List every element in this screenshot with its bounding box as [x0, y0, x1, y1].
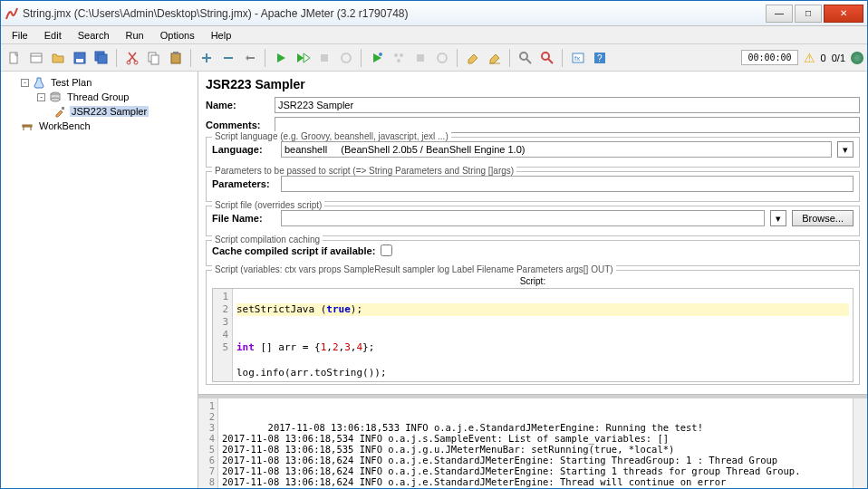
expand-icon[interactable] — [197, 48, 217, 68]
tree-label: JSR223 Sampler — [70, 106, 149, 117]
save-all-icon[interactable] — [92, 48, 111, 68]
svg-rect-12 — [173, 52, 178, 54]
spool-icon — [49, 91, 62, 103]
close-button[interactable]: ✕ — [824, 5, 863, 23]
svg-point-20 — [400, 53, 403, 57]
expand-icon[interactable]: - — [21, 79, 29, 87]
new-icon[interactable] — [5, 48, 24, 68]
window-title: String.jmx (C:\Users\Admin\Desktop\Strin… — [23, 7, 766, 20]
remote-start-all-icon[interactable] — [389, 48, 409, 68]
svg-point-25 — [520, 53, 527, 60]
test-tree[interactable]: - Test Plan - Thread Group JSR223 Sample… — [1, 72, 198, 488]
file-label: File Name: — [212, 213, 275, 224]
start-icon[interactable] — [271, 48, 291, 68]
svg-point-23 — [438, 53, 447, 62]
menu-options[interactable]: Options — [153, 28, 202, 43]
svg-point-17 — [342, 53, 351, 62]
log-line: 2017-11-08 13:06:18,534 INFO o.a.j.s.Sam… — [222, 433, 669, 444]
tree-test-plan[interactable]: - Test Plan — [5, 75, 194, 90]
compile-group-title: Script compilation caching — [212, 235, 323, 244]
filename-input[interactable] — [281, 210, 765, 226]
log-gutter: 1 2 3 4 5 6 7 8 9 10 11 12 13 14 15 16 — [198, 398, 218, 488]
lang-group-title: Script language (e.g. Groovy, beanshell,… — [212, 131, 451, 141]
cache-checkbox[interactable] — [381, 244, 392, 256]
svg-rect-1 — [31, 53, 42, 62]
remote-start-icon[interactable] — [367, 48, 387, 68]
menu-search[interactable]: Search — [71, 28, 117, 43]
comments-label: Comments: — [206, 120, 269, 130]
tree-label: Thread Group — [65, 91, 130, 102]
svg-text:?: ? — [597, 53, 603, 63]
svg-rect-22 — [417, 54, 424, 62]
app-icon — [5, 6, 19, 21]
stop-icon[interactable] — [314, 48, 334, 68]
tree-label: Test Plan — [49, 77, 93, 88]
tree-thread-group[interactable]: - Thread Group — [5, 90, 194, 104]
open-icon[interactable] — [48, 48, 68, 68]
templates-icon[interactable] — [26, 48, 46, 68]
collapse-icon[interactable] — [218, 48, 238, 68]
svg-rect-11 — [171, 53, 180, 63]
parameters-input[interactable] — [281, 176, 854, 192]
search-icon[interactable] — [516, 48, 535, 68]
menu-edit[interactable]: Edit — [37, 28, 69, 43]
dropdown-icon[interactable]: ▾ — [770, 210, 786, 226]
toolbar: fx ? 00:00:00 ⚠ 0 0/1 — [1, 44, 867, 72]
params-label: Parameters: — [212, 178, 275, 189]
tree-workbench[interactable]: WorkBench — [5, 119, 194, 133]
dropper-icon — [53, 105, 66, 118]
menubar: File Edit Search Run Options Help — [1, 26, 867, 44]
svg-text:fx: fx — [574, 54, 580, 62]
paste-icon[interactable] — [166, 48, 186, 68]
thread-status: 0/1 — [832, 53, 845, 63]
help-icon[interactable]: ? — [590, 48, 610, 68]
dropdown-icon[interactable]: ▾ — [837, 141, 854, 158]
menu-help[interactable]: Help — [204, 28, 239, 43]
expand-icon[interactable]: - — [37, 93, 45, 101]
browse-button[interactable]: Browse... — [792, 210, 854, 226]
flask-icon — [33, 76, 45, 89]
tree-label: WorkBench — [37, 120, 92, 131]
clear-icon[interactable] — [463, 48, 483, 68]
vertical-scrollbar[interactable] — [853, 398, 867, 488]
svg-rect-4 — [76, 59, 83, 62]
svg-point-18 — [379, 53, 382, 56]
svg-point-35 — [51, 98, 60, 101]
clear-all-icon[interactable] — [485, 48, 505, 68]
svg-rect-10 — [151, 55, 159, 64]
remote-stop-icon[interactable] — [410, 48, 430, 68]
svg-point-21 — [397, 59, 400, 62]
svg-point-19 — [394, 53, 398, 57]
log-viewer[interactable]: 2017-11-08 13:06:18,533 INFO o.a.j.e.Sta… — [218, 398, 853, 488]
maximize-button[interactable]: □ — [795, 5, 822, 23]
titlebar: String.jmx (C:\Users\Admin\Desktop\Strin… — [1, 1, 867, 26]
reset-search-icon[interactable] — [537, 48, 557, 68]
config-heading: JSR223 Sampler — [206, 77, 860, 91]
svg-rect-36 — [62, 107, 64, 110]
code-gutter: 1 2 3 4 5 — [213, 289, 233, 381]
lang-label: Language: — [212, 144, 275, 155]
toggle-icon[interactable] — [240, 48, 260, 68]
code-lines[interactable]: setStrictJava (true); int [] arr = {1,2,… — [233, 289, 853, 381]
menu-run[interactable]: Run — [119, 28, 151, 43]
script-editor[interactable]: 1 2 3 4 5 setStrictJava (true); int [] a… — [212, 288, 854, 382]
function-helper-icon[interactable]: fx — [568, 48, 588, 68]
tree-jsr223-sampler[interactable]: JSR223 Sampler — [5, 104, 194, 119]
name-input[interactable] — [275, 97, 860, 113]
menu-file[interactable]: File — [5, 28, 35, 43]
workbench-icon — [21, 120, 34, 132]
shutdown-icon[interactable] — [336, 48, 356, 68]
log-line: 2017-11-08 13:06:18,625 INFO o.a.j.t.Thr… — [222, 487, 853, 488]
start-no-timers-icon[interactable] — [293, 48, 313, 68]
cut-icon[interactable] — [122, 48, 142, 68]
save-icon[interactable] — [70, 48, 90, 68]
log-line: 2017-11-08 13:06:18,624 INFO o.a.j.e.Sta… — [222, 465, 800, 476]
log-line: 2017-11-08 13:06:18,624 INFO o.a.j.e.Sta… — [222, 476, 726, 487]
svg-rect-37 — [23, 125, 32, 127]
minimize-button[interactable]: — — [766, 5, 793, 23]
remote-shutdown-icon[interactable] — [432, 48, 452, 68]
copy-icon[interactable] — [144, 48, 164, 68]
warning-icon[interactable]: ⚠ — [804, 51, 815, 65]
name-label: Name: — [206, 100, 269, 110]
language-select[interactable] — [281, 141, 832, 158]
